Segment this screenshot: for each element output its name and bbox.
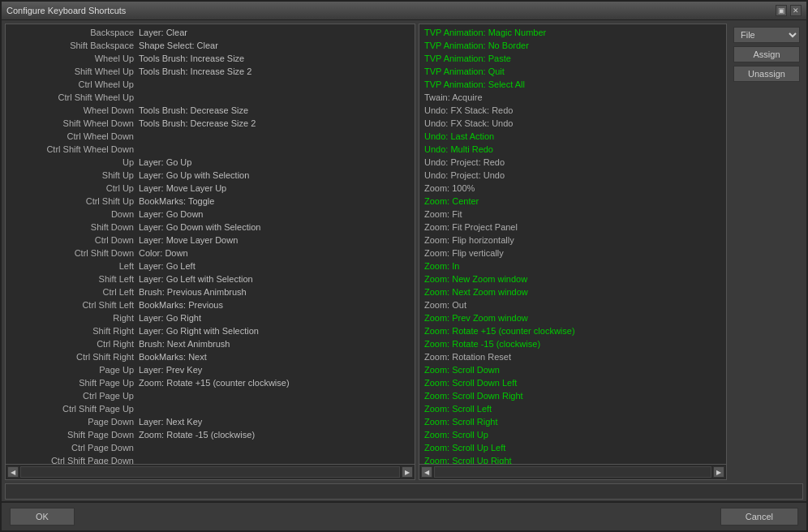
command-row[interactable]: Zoom: Center (423, 195, 723, 208)
command-row[interactable]: Undo: FX Stack: Undo (423, 117, 723, 130)
shortcut-row[interactable]: Ctrl Wheel Up (9, 78, 411, 91)
command-row[interactable]: Undo: Last Action (423, 130, 723, 143)
command-row[interactable]: TVP Animation: Paste (423, 52, 723, 65)
shortcut-key: Ctrl Shift Right (9, 350, 139, 363)
shortcut-row[interactable]: Shift UpLayer: Go Up with Selection (9, 169, 411, 182)
shortcut-row[interactable]: Ctrl Shift Page Up (9, 402, 411, 415)
shortcut-row[interactable]: Shift RightLayer: Go Right with Selectio… (9, 324, 411, 337)
shortcut-action: Tools Brush: Decrease Size (139, 104, 248, 117)
shortcut-key: Shift Right (9, 324, 139, 337)
right-panel-scroll[interactable]: TVP Animation: Magic NumberTVP Animation… (419, 24, 726, 464)
command-row[interactable]: Zoom: Next Zoom window (423, 285, 723, 298)
command-row[interactable]: Zoom: Scroll Down (423, 363, 723, 376)
shortcut-row[interactable]: Ctrl Shift RightBookMarks: Next (9, 350, 411, 363)
unassign-button[interactable]: Unassign (733, 66, 800, 82)
shortcut-key: Ctrl Wheel Down (9, 130, 139, 143)
shortcut-row[interactable]: Shift BackspaceShape Select: Clear (9, 39, 411, 52)
ok-button[interactable]: OK (10, 508, 75, 526)
command-row[interactable]: Zoom: Flip horizontally (423, 234, 723, 247)
command-row[interactable]: TVP Animation: Select All (423, 78, 723, 91)
command-row[interactable]: Zoom: Rotate -15 (clockwise) (423, 337, 723, 350)
command-row[interactable]: Zoom: Prev Zoom window (423, 311, 723, 324)
left-panel: BackspaceLayer: ClearShift BackspaceShap… (5, 24, 415, 480)
shortcut-row[interactable]: Page DownLayer: Next Key (9, 415, 411, 428)
command-row[interactable]: Zoom: Scroll Up Left (423, 441, 723, 454)
right-scroll-left-button[interactable]: ◀ (421, 466, 432, 478)
command-row[interactable]: Zoom: Fit Project Panel (423, 221, 723, 234)
shortcut-action: Layer: Go Left with Selection (139, 272, 253, 285)
command-row[interactable]: Twain: Acquire (423, 91, 723, 104)
command-row[interactable]: Undo: FX Stack: Redo (423, 104, 723, 117)
shortcut-row[interactable]: Ctrl Shift DownColor: Down (9, 247, 411, 260)
shortcut-row[interactable]: Ctrl Shift Wheel Down (9, 143, 411, 156)
shortcut-row[interactable]: BackspaceLayer: Clear (9, 26, 411, 39)
command-row[interactable]: Zoom: Out (423, 298, 723, 311)
command-row[interactable]: Zoom: Scroll Down Left (423, 376, 723, 389)
shortcut-key: Ctrl Shift Down (9, 247, 139, 260)
command-row[interactable]: Undo: Project: Undo (423, 169, 723, 182)
shortcut-key: Wheel Up (9, 52, 139, 65)
assign-button[interactable]: Assign (733, 46, 800, 62)
left-panel-scroll[interactable]: BackspaceLayer: ClearShift BackspaceShap… (6, 24, 415, 464)
right-horizontal-scrollbar[interactable] (434, 466, 711, 478)
command-row[interactable]: Zoom: Scroll Right (423, 415, 723, 428)
shortcut-row[interactable]: Shift Page UpZoom: Rotate +15 (counter c… (9, 376, 411, 389)
restore-button[interactable]: ▣ (776, 5, 787, 16)
shortcut-row[interactable]: Ctrl Wheel Down (9, 130, 411, 143)
cancel-button[interactable]: Cancel (720, 508, 798, 526)
command-row[interactable]: TVP Animation: No Border (423, 39, 723, 52)
shortcut-row[interactable]: Ctrl Shift LeftBookMarks: Previous (9, 298, 411, 311)
shortcut-row[interactable]: Ctrl Page Up (9, 389, 411, 402)
command-row[interactable]: Zoom: Rotation Reset (423, 350, 723, 363)
shortcut-action: Layer: Prev Key (139, 363, 202, 376)
shortcut-action: Layer: Go Up with Selection (139, 169, 249, 182)
command-row[interactable]: Zoom: Scroll Up Right (423, 454, 723, 464)
left-scroll-left-button[interactable]: ◀ (7, 466, 19, 478)
shortcut-row[interactable]: Ctrl Shift Wheel Up (9, 91, 411, 104)
command-row[interactable]: Zoom: Fit (423, 208, 723, 221)
shortcut-row[interactable]: Shift DownLayer: Go Down with Selection (9, 221, 411, 234)
file-dropdown[interactable]: File (733, 27, 800, 43)
left-horizontal-scrollbar[interactable] (20, 466, 400, 478)
shortcut-row[interactable]: RightLayer: Go Right (9, 311, 411, 324)
shortcut-row[interactable]: Ctrl UpLayer: Move Layer Up (9, 182, 411, 195)
command-row[interactable]: Zoom: 100% (423, 182, 723, 195)
shortcut-row[interactable]: Ctrl DownLayer: Move Layer Down (9, 234, 411, 247)
shortcut-row[interactable]: Shift Page DownZoom: Rotate -15 (clockwi… (9, 428, 411, 441)
shortcut-row[interactable]: Shift Wheel DownTools Brush: Decrease Si… (9, 117, 411, 130)
right-scroll-right-button[interactable]: ▶ (713, 466, 724, 478)
shortcut-row[interactable]: Wheel UpTools Brush: Increase Size (9, 52, 411, 65)
shortcut-action: Brush: Next Animbrush (139, 337, 230, 350)
shortcut-row[interactable]: Ctrl Page Down (9, 441, 411, 454)
command-row[interactable]: Undo: Project: Redo (423, 156, 723, 169)
command-row[interactable]: TVP Animation: Quit (423, 65, 723, 78)
shortcut-action: Zoom: Rotate +15 (counter clockwise) (139, 376, 290, 389)
shortcut-row[interactable]: UpLayer: Go Up (9, 156, 411, 169)
shortcut-row[interactable]: LeftLayer: Go Left (9, 260, 411, 272)
shortcut-key: Ctrl Shift Up (9, 195, 139, 208)
status-bar (5, 483, 803, 500)
command-row[interactable]: Zoom: Scroll Down Right (423, 389, 723, 402)
command-row[interactable]: Zoom: New Zoom window (423, 272, 723, 285)
shortcut-row[interactable]: Ctrl RightBrush: Next Animbrush (9, 337, 411, 350)
shortcut-row[interactable]: Shift Wheel UpTools Brush: Increase Size… (9, 65, 411, 78)
shortcut-row[interactable]: Ctrl Shift Page Down (9, 454, 411, 464)
shortcut-key: Ctrl Down (9, 234, 139, 247)
shortcut-action: Layer: Go Down (139, 208, 203, 221)
command-row[interactable]: Zoom: Flip vertically (423, 247, 723, 260)
left-scroll-right-button[interactable]: ▶ (402, 466, 413, 478)
command-row[interactable]: Zoom: Rotate +15 (counter clockwise) (423, 324, 723, 337)
command-row[interactable]: Zoom: Scroll Left (423, 402, 723, 415)
command-row[interactable]: TVP Animation: Magic Number (423, 26, 723, 39)
close-button[interactable]: ✕ (790, 5, 802, 16)
command-row[interactable]: Zoom: In (423, 260, 723, 272)
shortcut-row[interactable]: Shift LeftLayer: Go Left with Selection (9, 272, 411, 285)
shortcut-action: Tools Brush: Decrease Size 2 (139, 117, 256, 130)
shortcut-row[interactable]: DownLayer: Go Down (9, 208, 411, 221)
command-row[interactable]: Undo: Multi Redo (423, 143, 723, 156)
shortcut-row[interactable]: Wheel DownTools Brush: Decrease Size (9, 104, 411, 117)
shortcut-row[interactable]: Ctrl LeftBrush: Previous Animbrush (9, 285, 411, 298)
shortcut-row[interactable]: Ctrl Shift UpBookMarks: Toggle (9, 195, 411, 208)
command-row[interactable]: Zoom: Scroll Up (423, 428, 723, 441)
shortcut-row[interactable]: Page UpLayer: Prev Key (9, 363, 411, 376)
